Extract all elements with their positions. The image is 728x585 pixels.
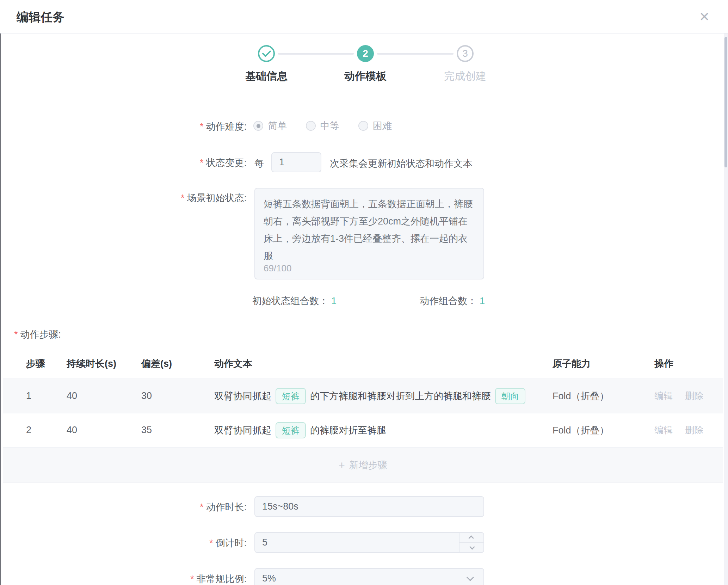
- radio-easy-label: 简单: [268, 119, 287, 132]
- combo-counts: 初始状态组合数：1 动作组合数：1: [252, 295, 485, 307]
- cell-ops: 编辑 删除: [654, 424, 723, 436]
- countdown-label: *倒计时:: [0, 537, 247, 549]
- orientation-tag: 朝向: [495, 388, 525, 404]
- action-steps-label: *动作步骤:: [14, 328, 61, 341]
- edit-task-dialog: 编辑任务 ✕ 2 3 基础信息 动作模板 完成创建 *动作难度: 简单 中: [0, 0, 728, 585]
- radio-selected-dot: [257, 124, 260, 128]
- cell-duration: 40: [67, 425, 141, 436]
- number-spinner: [459, 533, 483, 552]
- radio-medium-circle[interactable]: [306, 121, 316, 131]
- cell-step: 1: [26, 390, 67, 401]
- table-row: 2 40 35 双臂协同抓起短裤的裤腰对折至裤腿 Fold（折叠） 编辑 删除: [3, 413, 723, 448]
- dialog-left-edge: [0, 0, 1, 585]
- radio-hard-circle[interactable]: [358, 121, 368, 131]
- chevron-up-icon: [468, 535, 474, 541]
- chevron-down-icon: [469, 544, 475, 550]
- unusual-ratio-select[interactable]: 5%: [254, 568, 484, 585]
- col-deviation: 偏差(s): [141, 357, 214, 370]
- step-3-circle: 3: [457, 45, 474, 62]
- step-2-label: 动作模板: [344, 69, 387, 84]
- countdown-value: 5: [262, 537, 267, 548]
- action-duration-label: *动作时长:: [0, 501, 247, 513]
- radio-medium[interactable]: 中等: [306, 119, 339, 132]
- required-mark: *: [209, 538, 213, 548]
- action-duration-input[interactable]: 15s~80s: [254, 496, 484, 517]
- state-change-input[interactable]: 1: [271, 152, 321, 172]
- cell-step: 2: [26, 425, 67, 436]
- difficulty-radio-group: 简单 中等 困难: [253, 119, 392, 132]
- char-counter: 69/100: [264, 263, 292, 274]
- delete-link[interactable]: 删除: [685, 425, 704, 435]
- radio-easy[interactable]: 简单: [253, 119, 287, 132]
- action-steps-table: 步骤 持续时长(s) 偏差(s) 动作文本 原子能力 操作 1 40 30 双臂…: [3, 349, 723, 483]
- initial-state-textarea[interactable]: 短裤五条数据背面朝上，五条数据正面朝上，裤腰朝右，离头部视野下方至少20cm之外…: [254, 188, 484, 279]
- countdown-input[interactable]: 5: [254, 532, 484, 553]
- radio-easy-circle[interactable]: [253, 121, 263, 131]
- step-1-label: 基础信息: [245, 69, 288, 84]
- radio-medium-label: 中等: [320, 119, 339, 132]
- unusual-ratio-value: 5%: [262, 573, 276, 584]
- initial-combo-value: 1: [331, 296, 337, 306]
- scrollbar-track[interactable]: [724, 33, 728, 585]
- action-duration-value: 15s~80s: [262, 501, 298, 512]
- cell-ability: Fold（折叠）: [553, 390, 654, 402]
- state-change-prefix: 每: [254, 157, 264, 170]
- spinner-down-button[interactable]: [459, 543, 483, 553]
- col-ops: 操作: [654, 357, 723, 370]
- col-action-text: 动作文本: [214, 357, 553, 370]
- col-step: 步骤: [26, 357, 67, 370]
- required-mark: *: [200, 121, 204, 132]
- required-mark: *: [14, 329, 18, 340]
- step-2-number: 2: [363, 48, 368, 59]
- step-1-circle: [258, 45, 275, 62]
- delete-link[interactable]: 删除: [685, 390, 704, 401]
- step-connector-2: [377, 53, 454, 55]
- state-change-suffix: 次采集会更新初始状态和动作文本: [330, 157, 473, 170]
- cell-deviation: 35: [141, 425, 214, 436]
- object-tag: 短裤: [276, 388, 306, 404]
- cell-action-text: 双臂协同抓起短裤的裤腰对折至裤腿: [214, 422, 553, 438]
- initial-state-value: 短裤五条数据背面朝上，五条数据正面朝上，裤腰朝右，离头部视野下方至少20cm之外…: [264, 196, 475, 265]
- state-change-value: 1: [279, 157, 284, 168]
- unusual-ratio-label: *非常规比例:: [0, 573, 247, 585]
- cell-ability: Fold（折叠）: [553, 424, 654, 437]
- step-connector-1: [278, 53, 354, 55]
- radio-hard-label: 困难: [373, 119, 392, 132]
- stepper: 2 3 基础信息 动作模板 完成创建: [0, 0, 728, 85]
- edit-link[interactable]: 编辑: [654, 390, 673, 401]
- table-header: 步骤 持续时长(s) 偏差(s) 动作文本 原子能力 操作: [3, 349, 723, 379]
- object-tag: 短裤: [276, 422, 306, 438]
- cell-action-text: 双臂协同抓起短裤的下方裤腿和裤腰对折到上方的裤腿和裤腰朝向: [214, 388, 553, 404]
- step-2-circle: 2: [357, 45, 374, 62]
- col-duration: 持续时长(s): [67, 357, 141, 370]
- initial-state-label: *场景初始状态:: [0, 192, 247, 204]
- table-row: 1 40 30 双臂协同抓起短裤的下方裤腿和裤腰对折到上方的裤腿和裤腰朝向 Fo…: [3, 379, 723, 413]
- cell-deviation: 30: [141, 390, 214, 401]
- required-mark: *: [200, 158, 204, 168]
- add-step-button[interactable]: + 新增步骤: [3, 448, 723, 483]
- spinner-up-button[interactable]: [459, 533, 483, 543]
- state-change-label: *状态变更:: [0, 156, 247, 169]
- add-step-label: 新增步骤: [349, 459, 387, 472]
- action-combo: 动作组合数：1: [420, 295, 485, 307]
- required-mark: *: [190, 574, 194, 584]
- chevron-down-icon: [467, 574, 474, 581]
- cell-duration: 40: [67, 390, 141, 401]
- cell-ops: 编辑 删除: [654, 390, 723, 402]
- edit-link[interactable]: 编辑: [654, 425, 673, 435]
- difficulty-label: *动作难度:: [0, 120, 247, 133]
- action-combo-value: 1: [480, 296, 485, 306]
- plus-icon: +: [339, 459, 345, 471]
- check-icon: [262, 48, 271, 57]
- step-3-label: 完成创建: [444, 69, 486, 84]
- step-3-number: 3: [462, 48, 468, 59]
- radio-hard[interactable]: 困难: [358, 119, 392, 132]
- required-mark: *: [200, 502, 204, 512]
- col-ability: 原子能力: [553, 357, 654, 370]
- required-mark: *: [181, 193, 185, 203]
- initial-combo: 初始状态组合数：1: [252, 295, 337, 307]
